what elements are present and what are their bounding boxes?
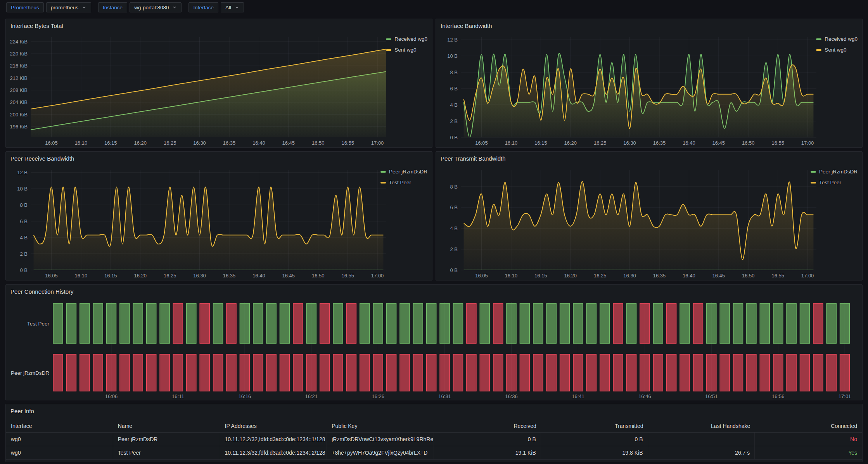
timeline-state-bar[interactable]: [253, 303, 263, 343]
timeline-state-bar[interactable]: [507, 303, 516, 343]
timeline-state-bar[interactable]: [840, 303, 850, 343]
timeline-state-bar[interactable]: [720, 354, 730, 391]
timeline-state-bar[interactable]: [747, 354, 756, 391]
timeline-state-bar[interactable]: [546, 303, 556, 343]
timeline-state-bar[interactable]: [280, 303, 290, 343]
timeline-state-bar[interactable]: [320, 303, 330, 343]
timeline-state-bar[interactable]: [120, 354, 130, 391]
timeline-state-bar[interactable]: [200, 354, 209, 391]
timeline-state-bar[interactable]: [133, 303, 143, 343]
timeline-state-bar[interactable]: [120, 303, 130, 343]
timeline-state-bar[interactable]: [613, 354, 623, 391]
timeline-state-bar[interactable]: [280, 354, 290, 391]
timeline-state-bar[interactable]: [53, 303, 63, 343]
legend-item[interactable]: Test Peer: [380, 180, 427, 185]
peer-receive-bandwidth-chart[interactable]: 0 B2 B4 B6 B8 B10 B12 B16:0516:1016:1516…: [6, 152, 432, 280]
timeline-state-bar[interactable]: [387, 354, 396, 391]
timeline-state-bar[interactable]: [467, 354, 476, 391]
timeline-state-bar[interactable]: [586, 303, 596, 343]
column-header[interactable]: Last Handshake: [648, 420, 755, 432]
timeline-state-bar[interactable]: [760, 303, 769, 343]
timeline-state-bar[interactable]: [586, 354, 596, 391]
timeline-state-bar[interactable]: [160, 354, 169, 391]
timeline-state-bar[interactable]: [773, 303, 783, 343]
legend-item[interactable]: Test Peer: [811, 180, 858, 185]
timeline-state-bar[interactable]: [387, 303, 396, 343]
timeline-state-bar[interactable]: [200, 303, 209, 343]
variable-select-datasource[interactable]: prometheus: [46, 2, 91, 12]
timeline-state-bar[interactable]: [346, 354, 356, 391]
legend-item[interactable]: Sent wg0: [816, 47, 858, 53]
timeline-state-bar[interactable]: [667, 354, 676, 391]
column-header[interactable]: IP Addresses: [220, 420, 327, 432]
timeline-state-bar[interactable]: [733, 354, 743, 391]
timeline-state-bar[interactable]: [80, 354, 90, 391]
timeline-state-bar[interactable]: [333, 354, 343, 391]
timeline-state-bar[interactable]: [147, 354, 156, 391]
timeline-state-bar[interactable]: [80, 303, 90, 343]
timeline-state-bar[interactable]: [747, 303, 756, 343]
legend-item[interactable]: Peer jRzmDsDR: [380, 169, 427, 175]
variable-select-interface[interactable]: All: [221, 2, 244, 12]
column-header[interactable]: Public Key: [327, 420, 434, 432]
timeline-state-bar[interactable]: [520, 354, 529, 391]
timeline-state-bar[interactable]: [707, 303, 716, 343]
timeline-state-bar[interactable]: [613, 303, 623, 343]
timeline-state-bar[interactable]: [400, 354, 410, 391]
timeline-state-bar[interactable]: [346, 303, 356, 343]
timeline-state-bar[interactable]: [800, 303, 810, 343]
timeline-state-bar[interactable]: [693, 303, 703, 343]
timeline-state-bar[interactable]: [533, 303, 543, 343]
timeline-state-bar[interactable]: [66, 303, 76, 343]
timeline-state-bar[interactable]: [373, 303, 383, 343]
interface-bandwidth-chart[interactable]: 0 B2 B4 B6 B8 B10 B12 B16:0516:1016:1516…: [436, 19, 862, 147]
legend-item[interactable]: Sent wg0: [386, 47, 427, 53]
timeline-state-bar[interactable]: [573, 354, 583, 391]
timeline-state-bar[interactable]: [533, 354, 543, 391]
timeline-state-bar[interactable]: [373, 354, 383, 391]
peer-connection-history-chart[interactable]: 16:0616:1116:1616:2116:2616:3116:3616:41…: [6, 285, 862, 400]
timeline-state-bar[interactable]: [253, 354, 263, 391]
timeline-state-bar[interactable]: [787, 354, 796, 391]
timeline-state-bar[interactable]: [760, 354, 769, 391]
timeline-state-bar[interactable]: [467, 303, 476, 343]
timeline-state-bar[interactable]: [653, 303, 663, 343]
legend-item[interactable]: Peer jRzmDsDR: [811, 169, 858, 175]
timeline-state-bar[interactable]: [840, 354, 850, 391]
timeline-state-bar[interactable]: [93, 303, 103, 343]
timeline-state-bar[interactable]: [600, 354, 610, 391]
timeline-state-bar[interactable]: [187, 303, 196, 343]
timeline-state-bar[interactable]: [627, 354, 636, 391]
column-header[interactable]: Connected: [755, 420, 862, 432]
timeline-state-bar[interactable]: [333, 303, 343, 343]
timeline-state-bar[interactable]: [227, 303, 236, 343]
column-header[interactable]: Name: [113, 420, 220, 432]
timeline-state-bar[interactable]: [227, 354, 236, 391]
column-header[interactable]: Transmitted: [541, 420, 648, 432]
timeline-state-bar[interactable]: [493, 303, 503, 343]
timeline-state-bar[interactable]: [173, 303, 183, 343]
peer-transmit-bandwidth-chart[interactable]: 0 B2 B4 B6 B8 B16:0516:1016:1516:2016:25…: [436, 152, 862, 280]
column-header[interactable]: Interface: [6, 420, 113, 432]
timeline-state-bar[interactable]: [133, 354, 143, 391]
timeline-state-bar[interactable]: [440, 354, 450, 391]
timeline-state-bar[interactable]: [187, 354, 196, 391]
timeline-state-bar[interactable]: [160, 303, 169, 343]
timeline-state-bar[interactable]: [827, 303, 836, 343]
timeline-state-bar[interactable]: [813, 303, 823, 343]
timeline-state-bar[interactable]: [413, 303, 423, 343]
timeline-state-bar[interactable]: [560, 303, 570, 343]
timeline-state-bar[interactable]: [53, 354, 63, 391]
timeline-state-bar[interactable]: [813, 354, 823, 391]
column-header[interactable]: Received: [434, 420, 541, 432]
timeline-state-bar[interactable]: [680, 303, 690, 343]
timeline-state-bar[interactable]: [306, 354, 316, 391]
legend-item[interactable]: Received wg0: [816, 36, 858, 42]
timeline-state-bar[interactable]: [360, 303, 370, 343]
timeline-state-bar[interactable]: [520, 303, 529, 343]
timeline-state-bar[interactable]: [480, 354, 489, 391]
timeline-state-bar[interactable]: [107, 354, 116, 391]
variable-select-instance[interactable]: wg-portal:8080: [130, 2, 182, 12]
timeline-state-bar[interactable]: [173, 354, 183, 391]
timeline-state-bar[interactable]: [627, 303, 636, 343]
